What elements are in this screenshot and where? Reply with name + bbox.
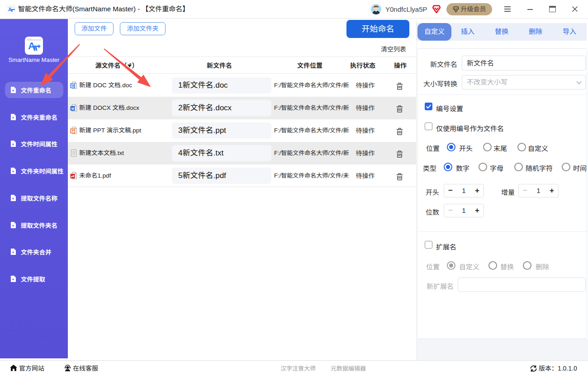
svg-text:W: W (71, 107, 75, 111)
svg-text:P: P (72, 129, 75, 133)
